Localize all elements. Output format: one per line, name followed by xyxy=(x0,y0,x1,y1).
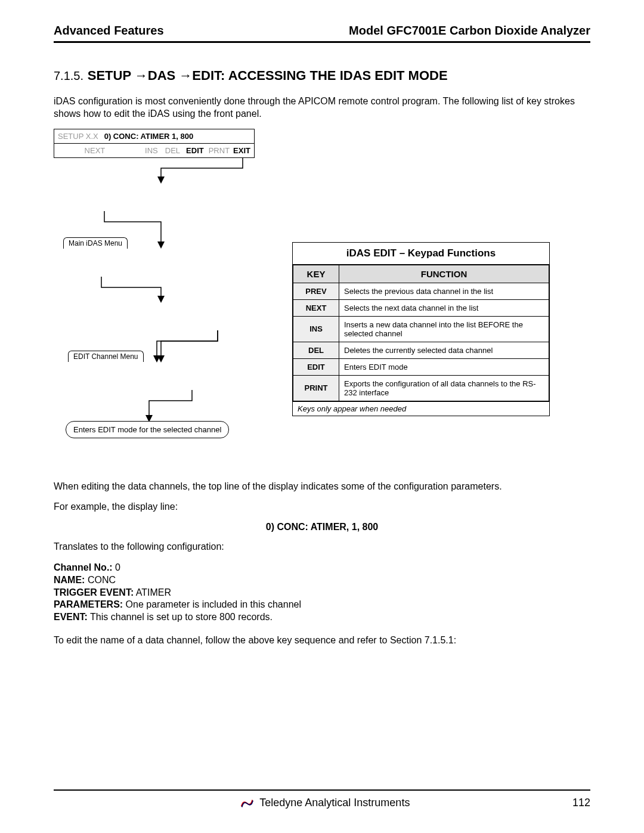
flow-arrows xyxy=(54,129,310,463)
footer-page-number: 112 xyxy=(572,797,590,809)
section-title: SETUP →DAS →EDIT: ACCESSING THE IDAS EDI… xyxy=(88,68,448,83)
cfg-l2a: NAME: xyxy=(54,575,85,585)
prnt-key: PRNT xyxy=(209,146,230,155)
table-row: INSInserts a new data channel into the l… xyxy=(293,316,549,342)
header-left: Advanced Features xyxy=(54,24,164,38)
cfg-l3b: ATIMER xyxy=(134,587,171,597)
fn-print: Exports the configuration of all data ch… xyxy=(339,375,549,401)
para-editing: When editing the data channels, the top … xyxy=(54,481,590,493)
cfg-l5a: EVENT: xyxy=(54,612,88,622)
cfg-l4a: PARAMETERS: xyxy=(54,599,123,609)
cfg-l2b: CONC xyxy=(85,575,116,585)
key-edit: EDIT xyxy=(293,358,339,375)
ins-key: INS xyxy=(145,146,158,155)
cfg-trigger: TRIGGER EVENT: ATIMER xyxy=(54,587,590,599)
key-prev: PREV xyxy=(293,283,339,299)
teledyne-logo-icon xyxy=(240,798,253,808)
edit-key-5: EDIT xyxy=(186,146,204,155)
cfg-parameters: PARAMETERS: One parameter is included in… xyxy=(54,599,590,611)
cfg-l1a: Channel No.: xyxy=(54,562,113,572)
keypad-head-key: KEY xyxy=(293,265,339,283)
table-row: DELDeletes the currently selected data c… xyxy=(293,342,549,358)
para-example-intro: For example, the display line: xyxy=(54,501,590,513)
keypad-title: iDAS EDIT – Keypad Functions xyxy=(293,243,549,265)
tab-main-idas: Main iDAS Menu xyxy=(63,237,128,249)
cfg-l5b: This channel is set up to store 800 reco… xyxy=(88,612,273,622)
cfg-l1b: 0 xyxy=(113,562,120,572)
para-translates: Translates to the following configuratio… xyxy=(54,541,590,553)
header-right: Model GFC7001E Carbon Dioxide Analyzer xyxy=(349,24,590,38)
flow-diagram-area: SAMPLE RANGE=50.0 PPM CO= XX.XX <TST TST… xyxy=(54,129,590,463)
cfg-name: NAME: CONC xyxy=(54,574,590,587)
table-row: PREVSelects the previous data channel in… xyxy=(293,283,549,299)
intro-paragraph: iDAS configuration is most conveniently … xyxy=(54,95,590,120)
fn-ins: Inserts a new data channel into the list… xyxy=(339,316,549,342)
page-footer: Teledyne Analytical Instruments 112 xyxy=(54,789,590,809)
section-number: 7.1.5. xyxy=(54,69,83,82)
fn-prev: Selects the previous data channel in the… xyxy=(339,283,549,299)
key-next: NEXT xyxy=(293,299,339,316)
callout-enters-edit: Enters EDIT mode for the selected channe… xyxy=(66,421,229,438)
footer-company: Teledyne Analytical Instruments xyxy=(78,797,572,809)
page-body: 7.1.5. SETUP →DAS →EDIT: ACCESSING THE I… xyxy=(54,67,590,647)
conc-label: 0) CONC: ATIMER 1, 800 xyxy=(104,132,194,141)
keypad-table: iDAS EDIT – Keypad Functions KEY FUNCTIO… xyxy=(292,242,550,416)
tab-edit-channel: EDIT Channel Menu xyxy=(68,351,144,362)
table-row: NEXTSelects the next data channel in the… xyxy=(293,299,549,316)
table-row: EDITEnters EDIT mode xyxy=(293,358,549,375)
fn-next: Selects the next data channel in the lis… xyxy=(339,299,549,316)
flow-box-conc: SETUP X.X 0) CONC: ATIMER 1, 800 NEXT IN… xyxy=(54,129,255,158)
para-edit-name: To edit the name of a data channel, foll… xyxy=(54,634,590,647)
fn-edit: Enters EDIT mode xyxy=(339,358,549,375)
example-line: 0) CONC: ATIMER, 1, 800 xyxy=(54,522,590,532)
key-del: DEL xyxy=(293,342,339,358)
cfg-channel-no: Channel No.: 0 xyxy=(54,562,590,574)
cfg-l3a: TRIGGER EVENT: xyxy=(54,587,134,597)
keypad-footnote: Keys only appear when needed xyxy=(293,401,549,416)
cfg-event: EVENT: This channel is set up to store 8… xyxy=(54,611,590,624)
key-ins: INS xyxy=(293,316,339,342)
table-row: PRINTExports the configuration of all da… xyxy=(293,375,549,401)
section-heading: 7.1.5. SETUP →DAS →EDIT: ACCESSING THE I… xyxy=(54,67,590,83)
page-header: Advanced Features Model GFC7001E Carbon … xyxy=(54,24,590,43)
del-key: DEL xyxy=(165,146,180,155)
keypad-head-fn: FUNCTION xyxy=(339,265,549,283)
key-print: PRINT xyxy=(293,375,339,401)
fn-del: Deletes the currently selected data chan… xyxy=(339,342,549,358)
next-key: NEXT xyxy=(85,146,106,155)
footer-company-text: Teledyne Analytical Instruments xyxy=(259,797,410,809)
setup-xx-label-5: SETUP X.X xyxy=(58,132,98,141)
cfg-l4b: One parameter is included in this channe… xyxy=(123,599,301,609)
exit-key-5: EXIT xyxy=(233,146,250,155)
